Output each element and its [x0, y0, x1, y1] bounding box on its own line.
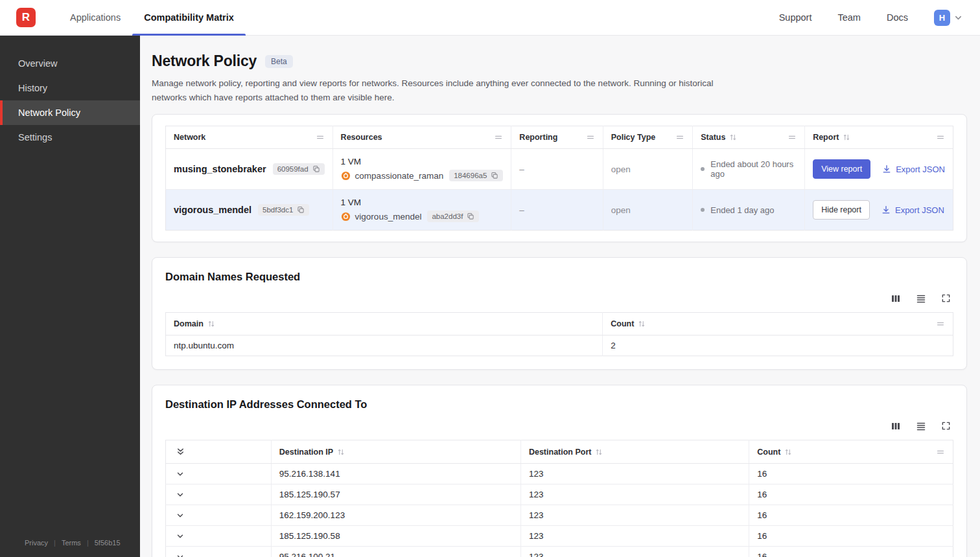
nav-team[interactable]: Team — [837, 12, 860, 23]
status-badge: Ended about 20 hours ago — [701, 159, 797, 179]
resource-name[interactable]: compassionate_raman — [355, 171, 444, 181]
sort-icon[interactable] — [337, 448, 345, 456]
col-label: Status — [701, 133, 725, 142]
col-label: Reporting — [519, 133, 557, 142]
status-dot-icon — [701, 208, 705, 212]
expand-row-icon[interactable] — [176, 552, 185, 557]
user-menu[interactable]: H — [934, 10, 963, 26]
column-menu-icon[interactable] — [788, 133, 797, 142]
page-title: Network Policy — [152, 52, 257, 70]
network-id-badge: 60959fad — [273, 163, 325, 175]
destination-port: 123 — [520, 484, 749, 505]
terms-link[interactable]: Terms — [62, 539, 81, 547]
networks-card: Network Resources Reporting Policy Type … — [152, 114, 967, 242]
destination-count: 16 — [749, 526, 953, 547]
col-report: Report — [805, 126, 953, 149]
export-json-link[interactable]: Export JSON — [882, 165, 945, 174]
destinations-title: Destination IP Addresses Connected To — [165, 398, 953, 411]
copy-icon[interactable] — [312, 165, 320, 173]
domains-table: Domain Count ntp.ubuntu.com 2 — [165, 312, 953, 356]
topnav-right: Support Team Docs H — [779, 10, 963, 26]
sort-icon[interactable] — [638, 320, 646, 328]
destination-row: 185.125.190.58 123 16 — [166, 526, 953, 547]
reporting-value: – — [511, 149, 603, 190]
sidebar-list: Overview History Network Policy Settings — [0, 51, 140, 150]
domain-count: 2 — [603, 335, 953, 356]
policy-type-value: open — [603, 190, 693, 231]
resource-id: aba2dd3f — [432, 212, 463, 220]
avatar[interactable]: H — [934, 10, 950, 26]
row-density-icon[interactable] — [916, 293, 926, 304]
columns-icon[interactable] — [891, 293, 901, 304]
nav-docs[interactable]: Docs — [887, 12, 908, 23]
destination-port: 123 — [520, 505, 749, 526]
copy-icon[interactable] — [467, 212, 474, 220]
destination-port: 123 — [520, 547, 749, 557]
column-menu-icon[interactable] — [936, 448, 945, 457]
destination-count: 16 — [749, 484, 953, 505]
sidebar-item-history[interactable]: History — [0, 76, 140, 100]
column-menu-icon[interactable] — [675, 133, 684, 142]
destination-row: 95.216.100.21 123 16 — [166, 547, 953, 557]
sidebar-item-overview[interactable]: Overview — [0, 51, 140, 76]
vm-icon — [341, 171, 351, 181]
divider: | — [54, 539, 56, 547]
sort-icon[interactable] — [595, 448, 603, 456]
export-json-link[interactable]: Export JSON — [881, 205, 944, 215]
resource-name[interactable]: vigorous_mendel — [355, 212, 422, 222]
sort-icon[interactable] — [784, 448, 792, 456]
domains-toolbar — [165, 293, 951, 304]
expand-all-icon[interactable] — [176, 447, 185, 457]
copy-icon[interactable] — [491, 172, 498, 179]
privacy-link[interactable]: Privacy — [25, 539, 48, 547]
logo-letter: R — [22, 11, 30, 24]
col-status: Status — [693, 126, 805, 149]
copy-icon[interactable] — [297, 206, 305, 214]
col-label: Domain — [174, 319, 204, 328]
destination-ip: 185.125.190.58 — [271, 526, 520, 547]
resource-id-badge: aba2dd3f — [427, 210, 479, 222]
fullscreen-icon[interactable] — [941, 421, 951, 431]
export-label: Export JSON — [895, 205, 944, 215]
columns-icon[interactable] — [891, 421, 901, 431]
networks-table: Network Resources Reporting Policy Type … — [165, 126, 953, 231]
sort-icon[interactable] — [207, 320, 215, 328]
vm-icon — [341, 212, 351, 222]
resource-id-badge: 184696a5 — [449, 170, 503, 181]
sort-icon[interactable] — [843, 133, 850, 141]
nav-compatibility-matrix[interactable]: Compatibility Matrix — [132, 0, 246, 35]
expand-row-icon[interactable] — [176, 532, 185, 541]
col-count: Count — [749, 440, 953, 464]
nav-applications[interactable]: Applications — [58, 0, 132, 35]
domains-title: Domain Names Requested — [165, 271, 953, 283]
col-label: Policy Type — [611, 133, 656, 142]
sidebar-item-network-policy[interactable]: Network Policy — [0, 100, 140, 125]
col-expander — [166, 440, 272, 464]
destination-port: 123 — [520, 526, 749, 547]
app-logo[interactable]: R — [16, 8, 36, 27]
hide-report-button[interactable]: Hide report — [813, 200, 870, 220]
destination-ip: 95.216.100.21 — [271, 547, 520, 557]
column-menu-icon[interactable] — [494, 133, 503, 142]
sidebar-item-settings[interactable]: Settings — [0, 125, 140, 150]
page-header: Network Policy Beta — [152, 52, 967, 70]
destinations-table: Destination IP Destination Port Count 95… — [165, 440, 953, 557]
column-menu-icon[interactable] — [936, 319, 945, 328]
domain-value: ntp.ubuntu.com — [166, 335, 603, 356]
view-report-button[interactable]: View report — [813, 159, 870, 179]
destination-port: 123 — [520, 464, 749, 484]
column-menu-icon[interactable] — [316, 133, 325, 142]
column-menu-icon[interactable] — [936, 133, 945, 142]
status-dot-icon — [701, 167, 705, 171]
nav-support[interactable]: Support — [779, 12, 812, 23]
row-density-icon[interactable] — [916, 421, 926, 431]
expand-row-icon[interactable] — [176, 490, 185, 499]
fullscreen-icon[interactable] — [941, 293, 951, 304]
sort-icon[interactable] — [729, 133, 737, 141]
col-label: Count — [757, 448, 780, 457]
destination-ip: 185.125.190.57 — [271, 484, 520, 505]
destination-ip: 95.216.138.141 — [271, 464, 520, 484]
column-menu-icon[interactable] — [586, 133, 595, 142]
expand-row-icon[interactable] — [176, 511, 185, 520]
expand-row-icon[interactable] — [176, 470, 185, 479]
